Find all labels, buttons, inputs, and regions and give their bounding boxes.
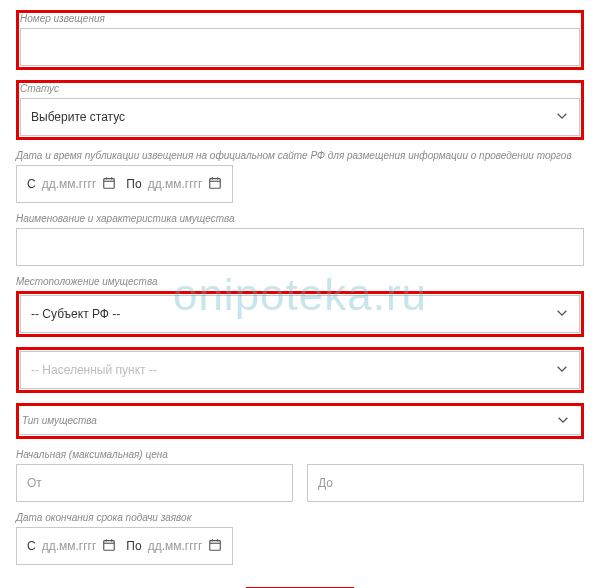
notice-number-label: Номер извещения xyxy=(20,13,580,24)
status-field: Статус Выберите статус xyxy=(16,80,584,140)
status-label: Статус xyxy=(20,83,580,94)
status-dropdown[interactable]: Выберите статус xyxy=(20,98,580,136)
deadline-label: Дата окончания срока подачи заявок xyxy=(16,512,584,523)
property-type-dropdown[interactable]: Тип имущества xyxy=(20,407,580,435)
location-field: Местоположение имущества xyxy=(16,276,584,287)
chevron-down-icon xyxy=(555,362,569,379)
deadline-from[interactable]: С дд.мм.гггг xyxy=(27,538,116,555)
deadline-to[interactable]: По дд.мм.гггг xyxy=(126,538,222,555)
calendar-icon xyxy=(102,176,116,193)
chevron-down-icon xyxy=(556,412,570,429)
date-to-placeholder: дд.мм.гггг xyxy=(148,539,203,553)
svg-rect-4 xyxy=(210,178,221,188)
location-label: Местоположение имущества xyxy=(16,276,584,287)
property-name-label: Наименование и характеристика имущества xyxy=(16,213,584,224)
date-from-placeholder: дд.мм.гггг xyxy=(42,177,97,191)
deadline-field: Дата окончания срока подачи заявок С дд.… xyxy=(16,512,584,565)
price-to-input[interactable] xyxy=(307,464,584,502)
chevron-down-icon xyxy=(555,306,569,323)
notice-number-field: Номер извещения xyxy=(16,10,584,70)
date-to-placeholder: дд.мм.гггг xyxy=(148,177,203,191)
chevron-down-icon xyxy=(555,109,569,126)
svg-rect-12 xyxy=(210,540,221,550)
city-placeholder: -- Населенный пункт -- xyxy=(31,363,157,377)
publication-date-to[interactable]: По дд.мм.гггг xyxy=(126,176,222,193)
price-field: Начальная (максимальная) цена xyxy=(16,449,584,502)
city-field: -- Населенный пункт -- xyxy=(16,347,584,393)
notice-number-input[interactable] xyxy=(20,28,580,66)
publication-date-range[interactable]: С дд.мм.гггг По дд.мм.гггг xyxy=(16,165,233,203)
property-type-label: Тип имущества xyxy=(22,415,97,426)
deadline-date-range[interactable]: С дд.мм.гггг По дд.мм.гггг xyxy=(16,527,233,565)
date-to-prefix: По xyxy=(126,177,141,191)
price-label: Начальная (максимальная) цена xyxy=(16,449,584,460)
status-placeholder: Выберите статус xyxy=(31,110,125,124)
region-placeholder: -- Субъект РФ -- xyxy=(31,307,120,321)
date-from-placeholder: дд.мм.гггг xyxy=(42,539,97,553)
publication-date-label: Дата и время публикации извещения на офи… xyxy=(16,150,584,161)
price-from-input[interactable] xyxy=(16,464,293,502)
region-dropdown[interactable]: -- Субъект РФ -- xyxy=(20,295,580,333)
publication-date-field: Дата и время публикации извещения на офи… xyxy=(16,150,584,203)
date-from-prefix: С xyxy=(27,177,36,191)
date-to-prefix: По xyxy=(126,539,141,553)
calendar-icon xyxy=(208,176,222,193)
svg-rect-8 xyxy=(104,540,115,550)
property-type-field: Тип имущества xyxy=(16,403,584,439)
property-name-input[interactable] xyxy=(16,228,584,266)
date-from-prefix: С xyxy=(27,539,36,553)
publication-date-from[interactable]: С дд.мм.гггг xyxy=(27,176,116,193)
svg-rect-0 xyxy=(104,178,115,188)
region-field: -- Субъект РФ -- xyxy=(16,291,584,337)
city-dropdown[interactable]: -- Населенный пункт -- xyxy=(20,351,580,389)
calendar-icon xyxy=(208,538,222,555)
property-name-field: Наименование и характеристика имущества xyxy=(16,213,584,266)
calendar-icon xyxy=(102,538,116,555)
